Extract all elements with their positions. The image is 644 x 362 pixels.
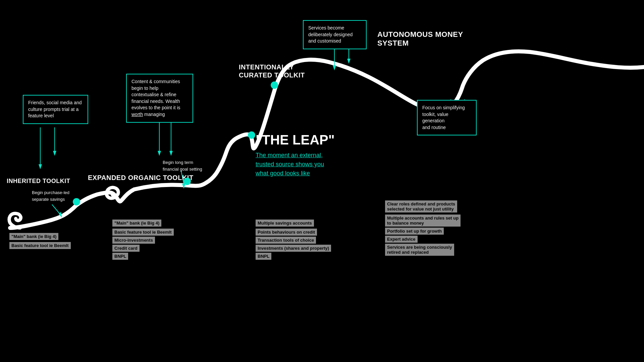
dot-inherited bbox=[73, 198, 80, 205]
stage-intentional-label: INTENTIONALLYCURATED TOOLKIT bbox=[239, 63, 305, 79]
autonomous-item-1: Clear roles defined and productsselected… bbox=[385, 200, 457, 213]
autonomous-item-3: Portfolio set up for growth bbox=[385, 228, 444, 235]
toolkit-inherited: "Main" bank (ie Big 4) Basic feature too… bbox=[9, 233, 71, 249]
toolkit-expanded: "Main" bank (ie Big 4) Basic feature too… bbox=[112, 220, 174, 260]
toolkit-autonomous: Clear roles defined and productsselected… bbox=[385, 200, 461, 256]
callout-focus-simplifying: Focus on simplifyingtoolkit, value gener… bbox=[417, 100, 477, 135]
leap-title: "THE LEAP" bbox=[256, 132, 335, 147]
callout-services-designed: Services becomedeliberately designedand … bbox=[303, 20, 367, 49]
leap-subtitle: The moment an external,trusted source sh… bbox=[256, 151, 335, 178]
toolkit-intentional: Multiple savings accounts Points behavio… bbox=[256, 220, 331, 260]
svg-marker-17 bbox=[59, 212, 62, 218]
annotation-begin-purchase: Begin purchase-ledseparate savings bbox=[32, 189, 69, 202]
svg-marker-5 bbox=[158, 151, 161, 156]
svg-line-16 bbox=[52, 204, 60, 215]
intentional-item-2: Points behaviours on credit bbox=[256, 229, 317, 236]
expanded-item-1: "Main" bank (ie Big 4) bbox=[112, 220, 161, 227]
intentional-item-3: Transaction tools of choice bbox=[256, 237, 316, 244]
autonomous-item-4: Expert advice bbox=[385, 236, 418, 243]
dot-expanded bbox=[183, 178, 191, 185]
expanded-item-5: BNPL bbox=[112, 253, 128, 260]
stage-expanded-label: EXPANDED ORGANIC TOOLKIT bbox=[88, 174, 194, 182]
svg-marker-3 bbox=[39, 164, 42, 169]
svg-marker-11 bbox=[347, 59, 351, 64]
stage-autonomous-label: AUTONOMOUS MONEYSYSTEM bbox=[377, 30, 463, 48]
autonomous-item-2: Multiple accounts and rules set upto bal… bbox=[385, 215, 461, 227]
callout-content-communities: Content & communitiesbegin to helpcontex… bbox=[126, 74, 193, 123]
inherited-item-1: "Main" bank (ie Big 4) bbox=[9, 233, 58, 240]
callout-friends-social: Friends, social media and culture prompt… bbox=[23, 95, 88, 124]
leap-section: "THE LEAP" The moment an external,truste… bbox=[256, 132, 335, 178]
autonomous-item-5: Services are being consciouslyretired an… bbox=[385, 244, 454, 256]
dot-intentional bbox=[271, 81, 278, 89]
inherited-item-2: Basic feature tool ie BeemIt bbox=[9, 242, 71, 249]
annotation-begin-longterm: Begin long termfinancial goal setting bbox=[163, 159, 202, 172]
intentional-item-5: BNPL bbox=[256, 253, 271, 260]
stage-inherited-label: INHERITED TOOLKIT bbox=[7, 178, 70, 185]
dot-leap bbox=[248, 131, 255, 139]
svg-marker-7 bbox=[169, 151, 173, 156]
expanded-item-4: Credit card bbox=[112, 245, 140, 252]
svg-marker-1 bbox=[53, 151, 56, 156]
svg-marker-9 bbox=[333, 65, 336, 70]
expanded-item-3: Micro-investments bbox=[112, 237, 155, 244]
intentional-item-4: Investments (shares and property) bbox=[256, 245, 331, 252]
intentional-item-1: Multiple savings accounts bbox=[256, 220, 314, 227]
expanded-item-2: Basic feature tool ie BeemIt bbox=[112, 229, 174, 236]
journey-canvas: INHERITED TOOLKIT EXPANDED ORGANIC TOOLK… bbox=[0, 0, 644, 362]
